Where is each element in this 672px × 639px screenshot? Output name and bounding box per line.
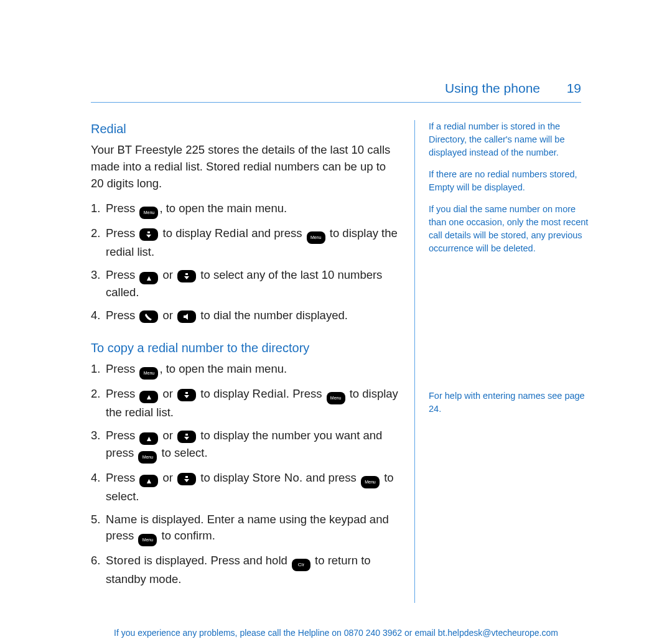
instruction-step: 4.Press or to dial the number displayed.	[91, 307, 401, 324]
call-key-icon	[139, 310, 158, 323]
step-number: 4.	[91, 307, 100, 324]
down-key-icon	[177, 270, 196, 282]
menu-key-icon: Menu	[361, 476, 380, 488]
down-key-icon	[177, 389, 196, 401]
display-text: Store No.	[253, 471, 303, 484]
svg-marker-6	[184, 395, 189, 398]
svg-rect-5	[185, 392, 188, 394]
page-footer: If you experience any problems, please c…	[91, 628, 581, 638]
step-number: 6.	[91, 553, 100, 569]
instruction-step: 1.Press Menu, to open the main menu.	[91, 361, 401, 380]
svg-rect-9	[185, 476, 188, 478]
menu-key-icon: Menu	[139, 367, 158, 380]
svg-rect-0	[147, 231, 150, 233]
instruction-step: 6.Stored is displayed. Press and hold Cl…	[91, 553, 401, 588]
section-title: Using the phone	[445, 81, 540, 96]
instruction-step: 2.Press ▲ or to display Redial. Press Me…	[91, 386, 401, 421]
menu-key-icon: Menu	[138, 451, 157, 464]
svg-marker-4	[184, 314, 188, 320]
svg-marker-1	[146, 235, 151, 238]
sidebar-column: If a redial number is stored in the Dire…	[414, 120, 595, 603]
sidebar-note: If there are no redial numbers stored, E…	[429, 168, 595, 194]
sidebar-note: If you dial the same number on more than…	[429, 203, 595, 255]
instruction-step: 4.Press ▲ or to display Store No. and pr…	[91, 470, 401, 505]
instruction-step: 1.Press Menu, to open the main menu.	[91, 200, 401, 219]
heading-copy-redial: To copy a redial number to the directory	[91, 339, 401, 357]
up-key-icon: ▲	[139, 272, 158, 284]
instruction-step: 3.Press ▲ or to display the number you w…	[91, 427, 401, 464]
page-header: Using the phone 19	[91, 81, 581, 103]
up-key-icon: ▲	[139, 432, 158, 445]
main-column: Redial Your BT Freestyle 225 stores the …	[91, 120, 414, 603]
step-number: 3.	[91, 427, 100, 444]
menu-key-icon: Menu	[138, 534, 157, 546]
sidebar-note: If a redial number is stored in the Dire…	[429, 120, 595, 159]
up-key-icon: ▲	[139, 475, 158, 487]
page-number: 19	[562, 81, 581, 96]
svg-rect-7	[185, 434, 188, 436]
redial-steps: 1.Press Menu, to open the main menu.2.Pr…	[91, 200, 401, 324]
down-key-icon	[177, 431, 196, 443]
svg-marker-10	[184, 479, 189, 482]
content-columns: Redial Your BT Freestyle 225 stores the …	[91, 120, 581, 603]
down-key-icon	[139, 228, 158, 241]
instruction-step: 2.Press to display Redial and press Menu…	[91, 225, 401, 261]
up-key-icon: ▲	[139, 391, 158, 403]
svg-marker-8	[184, 437, 189, 440]
menu-key-icon: Menu	[327, 392, 345, 404]
speaker-key-icon	[177, 310, 196, 323]
display-text: Stored	[106, 554, 141, 567]
step-number: 2.	[91, 386, 100, 403]
step-number: 5.	[91, 511, 100, 528]
display-text: Name	[106, 513, 138, 526]
step-number: 2.	[91, 225, 100, 242]
sidebar-name-help: For help with entering names see page 24…	[429, 389, 595, 416]
down-key-icon	[177, 473, 196, 485]
instruction-step: 5.Name is displayed. Enter a name using …	[91, 511, 401, 547]
menu-key-icon: Menu	[307, 231, 325, 244]
heading-redial: Redial	[91, 120, 401, 138]
instruction-step: 3.Press ▲ or to select any of the last 1…	[91, 267, 401, 301]
display-text: Redial	[215, 226, 248, 240]
step-number: 4.	[91, 470, 100, 487]
step-number: 1.	[91, 361, 100, 378]
menu-key-icon: Menu	[139, 207, 158, 219]
redial-intro: Your BT Freestyle 225 stores the details…	[91, 142, 401, 192]
step-number: 1.	[91, 200, 100, 217]
manual-page: Using the phone 19 Redial Your BT Freest…	[91, 81, 581, 638]
step-number: 3.	[91, 267, 100, 284]
svg-marker-3	[184, 276, 189, 279]
svg-rect-2	[185, 273, 188, 275]
clr-key-icon: Clr	[292, 559, 310, 571]
copy-redial-steps: 1.Press Menu, to open the main menu.2.Pr…	[91, 361, 401, 588]
display-text: Redial	[253, 387, 286, 400]
